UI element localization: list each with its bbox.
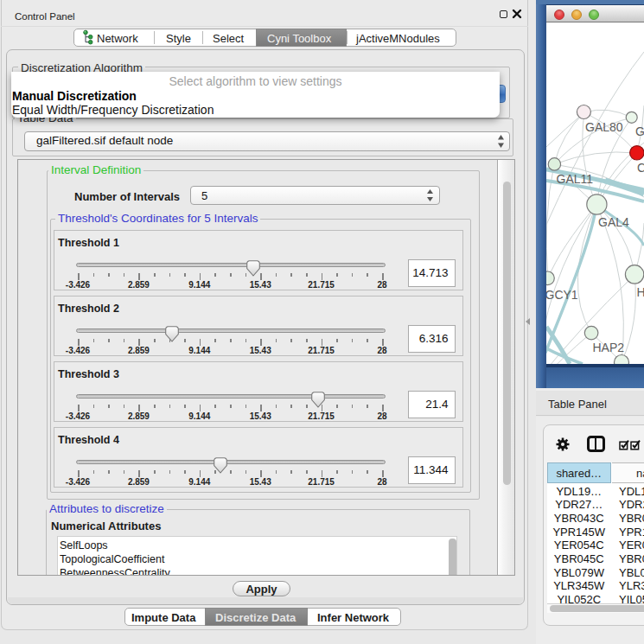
svg-text:GAL11: GAL11 bbox=[557, 172, 594, 186]
svg-text:GAL80: GAL80 bbox=[585, 120, 623, 134]
svg-text:C: C bbox=[637, 161, 644, 175]
svg-text:GAL4: GAL4 bbox=[598, 215, 629, 229]
svg-text:HAP2: HAP2 bbox=[593, 341, 625, 354]
svg-text:GA: GA bbox=[635, 124, 644, 138]
svg-text:GCY1: GCY1 bbox=[546, 288, 578, 302]
svg-text:H: H bbox=[637, 285, 644, 299]
